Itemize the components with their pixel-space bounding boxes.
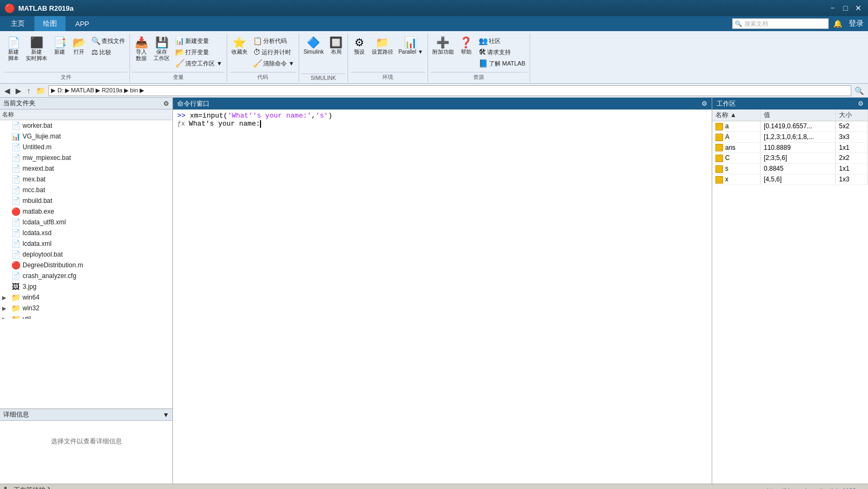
ws-header-value[interactable]: 值 [761,110,836,121]
file-item[interactable]: 📄lcdata_utf8.xml [0,217,172,228]
new-variable-button[interactable]: 📊 新建变量 [173,35,225,46]
cfg-icon: 📄 [11,272,20,280]
file-item[interactable]: 📄lcdata.xsd [0,228,172,238]
workspace-row-a[interactable]: a [0.1419,0.6557... 5x2 [712,121,868,132]
file-item[interactable]: 📄deploytool.bat [0,249,172,260]
ribbon-group-simulink: 🔷 Simulink 🔲 布局 SIMULINK [299,33,348,82]
file-item[interactable]: 📄mex.bat [0,174,172,185]
ribbon-group-file-label: 文件 [4,72,127,82]
learn-matlab-button[interactable]: 📘 了解 MATLAB [476,58,527,69]
minimize-button[interactable]: － [827,3,838,13]
set-path-button[interactable]: 📁 设置路径 [370,34,395,57]
status-link[interactable]: https://blog.csdn.net/matlab_1198s... [767,487,864,490]
ws-var-value: [2;3;5,6] [761,153,836,163]
tab-plot[interactable]: 绘图 [34,16,66,31]
workspace-row-x[interactable]: x [4,5,6] 1x3 [712,174,868,185]
up-button[interactable]: ↑ [25,85,33,96]
preferences-button[interactable]: ⚙ 预设 [350,34,368,57]
nav-icon: ▶ [51,87,55,94]
maximize-button[interactable]: □ [840,3,851,13]
help-icon: ❓ [459,36,473,49]
file-scroll[interactable]: 📄worker.bat 📊VG_liujie.mat 📄Untitled.m 📄… [0,120,172,319]
request-support-button[interactable]: 🛠 请求支持 [476,47,527,57]
mat-icon: 📊 [11,132,20,141]
workspace-table: 名称 ▲ 值 大小 a [0.1419,0.6557... 5x2 A [1,2… [712,110,868,484]
compare-button[interactable]: ⚖ 比较 [89,47,127,57]
ws-var-size: 1x3 [836,174,868,185]
file-item[interactable]: 📄mw_mpiexec.bat [0,152,172,163]
file-item[interactable]: ▶📁win32 [0,303,172,313]
clear-command-button[interactable]: 🧹 清除命令 ▼ [251,58,296,69]
parallel-button[interactable]: 📊 Parallel ▼ [396,34,425,57]
layout-button[interactable]: 🔲 布局 [327,34,345,57]
file-item[interactable]: ▶📁win64 [0,292,172,303]
file-item[interactable]: ▶📁util [0,313,172,319]
file-item[interactable]: 📄mexext.bat [0,163,172,174]
browse-button[interactable]: 📁 [34,85,47,96]
file-item[interactable]: 📄mcc.bat [0,185,172,195]
ws-header-name[interactable]: 名称 ▲ [712,110,761,121]
import-icon: 📥 [135,36,148,49]
simulink-icon: 🔷 [307,36,320,49]
close-button[interactable]: ✕ [853,3,864,13]
file-item[interactable]: 📄worker.bat [0,120,172,131]
new-script-icon: 📄 [7,36,20,49]
workspace-row-s[interactable]: s 0.8845 1x1 [712,164,868,174]
file-item[interactable]: 📄Untitled.m [0,142,172,152]
tab-home[interactable]: 主页 [2,16,33,31]
file-item[interactable]: 📊VG_liujie.mat [0,131,172,142]
back-button[interactable]: ◀ [2,85,12,96]
new-live-script-button[interactable]: ⬛ 新建实时脚本 [24,34,49,63]
workspace-row-C[interactable]: C [2;3;5,6] 2x2 [712,153,868,164]
open-button[interactable]: 📂 打开 [70,34,88,57]
login-button[interactable]: 登录 [847,18,866,30]
workspace-settings-icon[interactable]: ⚙ [858,100,864,107]
details-toggle-icon[interactable]: ▼ [163,411,169,419]
xml-icon2: 📄 [11,239,20,248]
ribbon-group-simulink-buttons: 🔷 Simulink 🔲 布局 [301,33,345,72]
file-item[interactable]: 🖼3.jpg [0,281,172,292]
workspace-row-A[interactable]: A [1,2,3;1,0,6;1,8,... 3x3 [712,132,868,143]
open-variable-button[interactable]: 📂 打开变量 [173,47,225,57]
notification-icon[interactable]: 🔔 [831,18,844,29]
help-button[interactable]: ❓ 帮助 [457,34,475,57]
add-ons-button[interactable]: ➕ 附加功能 [430,34,456,57]
bat-icon4: 📄 [11,175,20,184]
exe-icon: 🔴 [11,207,20,216]
command-window-content[interactable]: >> xm=input('What''s your name:','s') ƒx… [173,110,712,484]
command-window-settings-icon[interactable]: ⚙ [701,100,707,107]
favorites-icon: ⭐ [233,36,246,49]
title-bar-controls[interactable]: － □ ✕ [827,3,864,13]
find-file-button[interactable]: 🔍 查找文件 [89,35,127,46]
file-item[interactable]: 🔴DegreeDistribution.m [0,260,172,271]
forward-button[interactable]: ▶ [13,85,24,96]
new-script-button[interactable]: 📄 新建脚本 [4,34,23,63]
file-item[interactable]: 📄lcdata.xml [0,238,172,249]
main-layout: 当前文件夹 ⚙ 名称 📄worker.bat 📊VG_liujie.mat 📄U… [0,98,868,484]
degree-icon: 🔴 [11,261,20,269]
nav-search-button[interactable]: 🔍 [852,85,866,96]
win64-folder-icon: 📁 [11,293,20,302]
workspace-row-ans[interactable]: ans 110.8889 1x1 [712,143,868,154]
new-button[interactable]: 📑 新建 [50,34,69,57]
ws-header-size[interactable]: 大小 [836,110,868,121]
request-support-icon: 🛠 [479,48,486,56]
clear-workspace-button[interactable]: 🧹 清空工作区 ▼ [173,58,225,69]
save-workspace-button[interactable]: 💾 保存工作区 [151,34,172,63]
community-button[interactable]: 👥 社区 [476,35,527,46]
nav-path[interactable]: ▶ D: ▶ MATLAB ▶ R2019a ▶ bin ▶ [48,85,851,96]
cmd-fx-symbol: ƒx [177,120,189,128]
analyze-code-button[interactable]: 📋 分析代码 [251,35,296,46]
import-button[interactable]: 📥 导入数据 [132,34,150,63]
simulink-button[interactable]: 🔷 Simulink [301,34,326,57]
file-item[interactable]: 📄crash_analyzer.cfg [0,271,172,281]
file-item[interactable]: 📄mbuild.bat [0,195,172,206]
favorites-button[interactable]: ⭐ 收藏夹 [229,34,250,57]
win32-folder-icon: 📁 [11,304,20,312]
search-box[interactable]: 🔍 搜索文档 [732,18,829,29]
tab-app[interactable]: APP [67,16,98,31]
file-browser-settings-icon[interactable]: ⚙ [163,100,169,107]
run-time-button[interactable]: ⏱ 运行并计时 [251,47,296,57]
save-workspace-icon: 💾 [155,36,169,49]
file-item[interactable]: 🔴matlab.exe [0,206,172,217]
